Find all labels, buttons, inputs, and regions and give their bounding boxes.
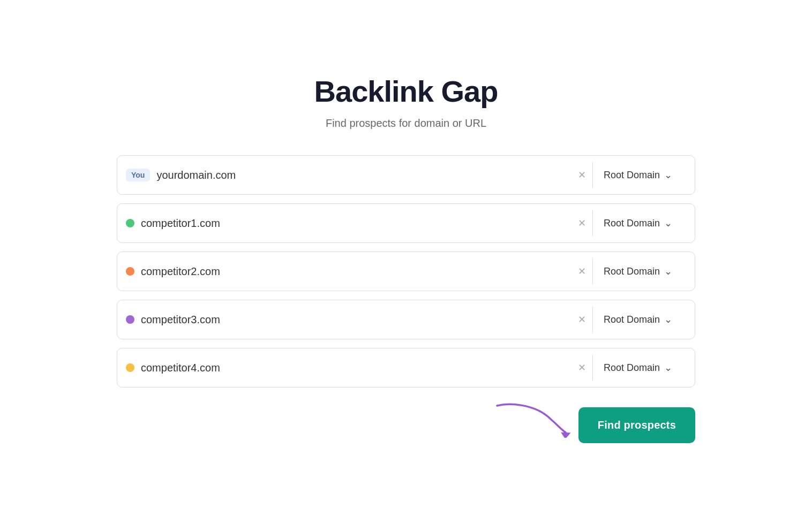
domain-type-wrapper-competitor4[interactable]: Root Domain ⌄ xyxy=(593,348,695,387)
dot-icon-competitor2 xyxy=(126,267,134,276)
domain-input-competitor3[interactable] xyxy=(141,314,563,326)
domain-row-competitor4: ✕ Root Domain ⌄ xyxy=(117,348,695,387)
clear-button-competitor3[interactable]: ✕ xyxy=(572,300,592,339)
domain-type-label-competitor3: Root Domain xyxy=(604,314,660,325)
chevron-down-icon-competitor4: ⌄ xyxy=(664,362,672,374)
input-left-competitor4 xyxy=(117,348,572,387)
clear-button-competitor4[interactable]: ✕ xyxy=(572,348,592,387)
page-title: Backlink Gap xyxy=(314,74,498,109)
page-subtitle: Find prospects for domain or URL xyxy=(326,117,486,130)
domain-input-competitor1[interactable] xyxy=(141,217,563,230)
domain-type-label-you: Root Domain xyxy=(604,170,660,181)
chevron-down-icon-competitor1: ⌄ xyxy=(664,217,672,229)
you-badge: You xyxy=(126,169,150,181)
domain-type-label-competitor4: Root Domain xyxy=(604,362,660,374)
bottom-row: Find prospects xyxy=(117,400,695,443)
domain-type-wrapper-you[interactable]: Root Domain ⌄ xyxy=(593,156,695,194)
chevron-down-icon-competitor2: ⌄ xyxy=(664,265,672,277)
domain-type-wrapper-competitor2[interactable]: Root Domain ⌄ xyxy=(593,252,695,291)
chevron-down-icon-you: ⌄ xyxy=(664,169,672,181)
form-container: You ✕ Root Domain ⌄ ✕ Root Domain ⌄ ✕ xyxy=(117,155,695,443)
domain-type-wrapper-competitor3[interactable]: Root Domain ⌄ xyxy=(593,300,695,339)
domain-row-competitor2: ✕ Root Domain ⌄ xyxy=(117,252,695,291)
domain-row-you: You ✕ Root Domain ⌄ xyxy=(117,155,695,195)
arrow-decoration xyxy=(492,400,577,438)
domain-input-you[interactable] xyxy=(156,169,562,181)
input-left-you: You xyxy=(117,156,572,194)
find-prospects-button[interactable]: Find prospects xyxy=(578,407,695,443)
dot-icon-competitor3 xyxy=(126,315,134,324)
domain-type-label-competitor1: Root Domain xyxy=(604,218,660,229)
domain-type-label-competitor2: Root Domain xyxy=(604,266,660,277)
input-left-competitor2 xyxy=(117,252,572,291)
input-left-competitor1 xyxy=(117,204,572,242)
dot-icon-competitor1 xyxy=(126,219,134,227)
domain-type-wrapper-competitor1[interactable]: Root Domain ⌄ xyxy=(593,204,695,242)
input-left-competitor3 xyxy=(117,300,572,339)
domain-input-competitor4[interactable] xyxy=(141,362,563,374)
domain-input-competitor2[interactable] xyxy=(141,265,563,278)
svg-marker-0 xyxy=(561,431,572,438)
clear-button-competitor1[interactable]: ✕ xyxy=(572,204,592,242)
dot-icon-competitor4 xyxy=(126,363,134,372)
clear-button-you[interactable]: ✕ xyxy=(572,156,592,194)
domain-row-competitor1: ✕ Root Domain ⌄ xyxy=(117,203,695,243)
chevron-down-icon-competitor3: ⌄ xyxy=(664,314,672,325)
clear-button-competitor2[interactable]: ✕ xyxy=(572,252,592,291)
domain-row-competitor3: ✕ Root Domain ⌄ xyxy=(117,300,695,339)
